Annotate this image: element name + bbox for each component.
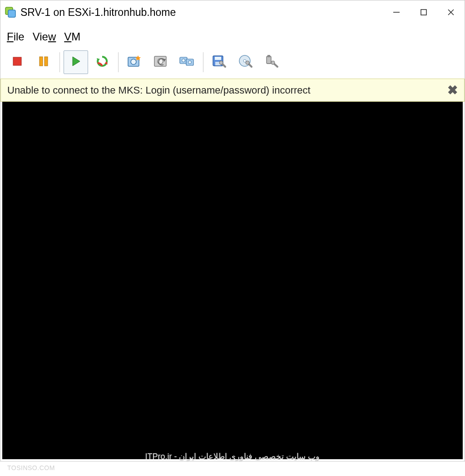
vm-console-window: SRV-1 on ESXi-1.hitronhub.home File View… [0,0,465,461]
stop-icon [11,55,23,69]
svg-rect-1 [8,10,15,17]
toolbar-separator [59,52,60,72]
svg-point-13 [131,59,136,64]
svg-point-31 [271,61,275,64]
menubar: File View VM [0,24,465,50]
minimize-button[interactable] [383,0,410,24]
titlebar: SRV-1 on ESXi-1.hitronhub.home [0,0,465,24]
vm-console-area[interactable] [2,102,463,459]
svg-rect-29 [267,56,271,64]
play-button[interactable] [64,50,88,74]
close-icon: ✖ [447,83,458,97]
snapshot-new-icon [127,55,142,70]
cd-device-button[interactable] [233,50,258,74]
svg-point-21 [188,61,192,64]
svg-rect-7 [40,57,43,66]
take-snapshot-button[interactable] [122,50,147,74]
svg-point-28 [246,61,249,64]
cd-wrench-icon [238,55,253,70]
svg-point-25 [219,61,223,64]
snapshot-manager-icon [179,55,195,70]
notification-bar: Unable to connect to the MKS: Login (use… [0,79,465,102]
pause-button[interactable] [31,50,56,74]
svg-rect-23 [215,57,221,60]
snapshot-manager-button[interactable] [175,50,199,74]
usb-wrench-icon [265,55,279,70]
menu-file[interactable]: File [7,30,25,43]
close-button[interactable] [437,0,465,24]
svg-rect-6 [13,57,21,65]
toolbar-separator [203,52,203,72]
svg-rect-30 [267,55,270,57]
toolbar-separator [118,52,119,72]
vmware-app-icon [4,6,17,19]
revert-snapshot-button[interactable] [148,50,173,74]
menu-vm[interactable]: VM [64,30,80,43]
notification-close-button[interactable]: ✖ [447,83,458,98]
floppy-wrench-icon [212,55,227,70]
svg-point-20 [182,59,185,62]
notification-message: Unable to connect to the MKS: Login (use… [7,84,311,96]
play-icon [70,55,82,69]
snapshot-revert-icon [153,55,168,70]
menu-view[interactable]: View [33,30,56,43]
svg-rect-3 [421,10,426,15]
maximize-button[interactable] [410,0,437,24]
usb-device-button[interactable] [260,50,284,74]
watermark-corner: TOSINSO.COM [7,464,55,471]
stop-button[interactable] [5,50,30,74]
window-title: SRV-1 on ESXi-1.hitronhub.home [20,6,383,19]
floppy-device-button[interactable] [207,50,232,74]
svg-rect-8 [45,57,48,66]
restart-icon [95,55,109,70]
svg-marker-9 [73,57,80,66]
restart-button[interactable] [90,50,114,74]
toolbar [0,50,465,79]
pause-icon [38,55,49,69]
